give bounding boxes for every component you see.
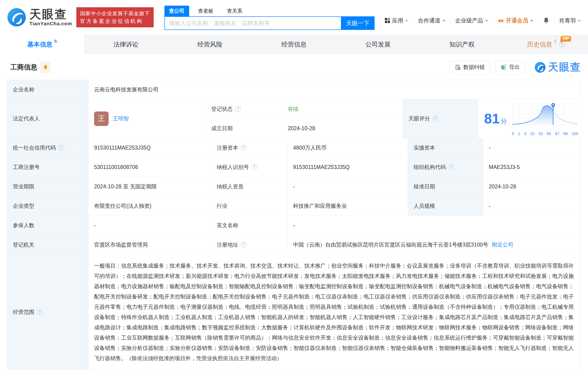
table-row: 统一社会信用代码 ? 91530111MAE253J35Q 注册资本 ? 480… <box>7 138 581 157</box>
search-tab-boss[interactable]: 查老板 <box>193 6 218 16</box>
tab-operation-risk[interactable]: 经营风险 <box>168 35 252 54</box>
score-number: 81分 <box>484 111 507 127</box>
score-axis-tick: 50 <box>539 132 543 136</box>
top-nav: 应用 合作通道 企业级产品 开通会员 <box>385 10 581 24</box>
nav-divider <box>554 18 554 23</box>
score-axis-tick: 15 <box>530 132 535 136</box>
crown-icon <box>498 18 504 23</box>
nav-apps[interactable]: 应用 <box>385 17 408 24</box>
nav-apps-label: 应用 <box>392 17 403 24</box>
status-date-stack: 登记状态 ? 存续 成立日期 2024-10-28 <box>205 99 403 138</box>
reg-number-label: 工商注册号 <box>7 158 88 177</box>
nav-divider <box>450 18 450 23</box>
industry-label: 行业 <box>211 196 287 215</box>
score-axis-tick: 85 <box>547 132 551 136</box>
excel-icon <box>501 64 507 70</box>
table-row: 经营范围 ? 一般项目：信息系统集成服务；技术服务、技术开发、技术咨询、技术交流… <box>7 254 581 369</box>
section-header: 工商信息 数据纠错 <box>0 54 588 79</box>
nav-enterprise-products[interactable]: 企业级产品 <box>455 17 488 24</box>
nav-open-vip[interactable]: 开通会员 <box>498 17 533 24</box>
help-icon[interactable]: ? <box>251 164 257 170</box>
reg-status-label: 登记状态 ? <box>206 99 282 118</box>
insured-count-label: 参保人数 <box>7 216 88 235</box>
establish-date-label: 成立日期 <box>206 119 282 138</box>
search-tab-company[interactable]: 查公司 <box>164 6 189 16</box>
nav-enterprise-label: 企业级产品 <box>455 17 483 24</box>
help-icon[interactable]: ? <box>241 145 247 151</box>
search-area: 查公司 查老板 查关系 天眼一下 <box>164 5 375 30</box>
approval-date-label: 核准日期 <box>408 177 483 196</box>
reg-number-value: 530111001608706 <box>88 158 211 177</box>
tab-label: 公司发展 <box>365 40 391 49</box>
search-input[interactable] <box>164 16 341 30</box>
export-button[interactable]: 导出 <box>495 61 525 74</box>
score-axis-tick: 100 <box>572 132 578 136</box>
badge-line1: 国家中小企业发展子基金旗下 <box>80 10 150 17</box>
score-axis-tick: 99 <box>563 132 568 136</box>
nearby-companies-link[interactable]: 附近公司 <box>492 241 513 249</box>
tianyancha-logo[interactable]: 天眼查 TianYanCha.com <box>7 8 72 27</box>
watermark-text: 天眼查 <box>548 60 581 74</box>
bell-icon <box>43 64 48 70</box>
chevron-down-icon <box>578 20 581 22</box>
chevron-down-icon <box>442 20 445 22</box>
tab-label: 经营信息 <box>281 40 307 49</box>
main-content: 工商信息 数据纠错 <box>0 54 588 370</box>
help-icon[interactable]: ? <box>448 164 454 170</box>
reg-authority-value: 官渡区市场监督管理局 <box>88 235 211 254</box>
reg-address-label: 注册地址 ? <box>211 235 287 254</box>
insured-count-value: - <box>88 216 211 235</box>
search-tab-relation[interactable]: 查关系 <box>222 6 247 16</box>
tab-legal-proceedings[interactable]: 法律诉讼 <box>84 35 168 54</box>
help-icon[interactable]: ? <box>37 309 43 315</box>
nav-cooperation[interactable]: 合作通道 <box>418 17 445 24</box>
tab-intellectual-property[interactable]: 知识产权 <box>420 35 504 54</box>
tianyancha-watermark: 天眼查 <box>535 60 581 74</box>
tab-history-info[interactable]: 历史信息 2 ? VIP <box>504 35 588 54</box>
legal-rep-value: 王 王明智 <box>88 99 205 138</box>
notifications-button[interactable] <box>543 17 549 24</box>
tab-label: 法律诉讼 <box>113 40 139 49</box>
tab-label: 基本信息 <box>27 40 53 49</box>
legal-rep-avatar[interactable]: 王 <box>94 112 109 126</box>
apps-grid-icon <box>385 18 390 23</box>
company-page-tabs: 基本信息 5 法律诉讼 经营风险 经营信息 公司发展 知识产权 历史信息 2 ?… <box>0 35 588 54</box>
bell-icon <box>543 17 549 24</box>
help-icon[interactable]: ? <box>235 106 241 112</box>
tab-company-development[interactable]: 公司发展 <box>336 35 420 54</box>
data-correction-label: 数据纠错 <box>463 64 485 71</box>
score-axis-tick: 3 <box>524 132 526 136</box>
tab-basic-info[interactable]: 基本信息 5 <box>0 35 84 54</box>
score-axis-tick: 97 <box>555 132 560 136</box>
english-name-label: 英文名称 <box>211 216 287 235</box>
subscribe-bell-button[interactable] <box>41 62 50 73</box>
tab-operation-info[interactable]: 经营信息 <box>252 35 336 54</box>
section-actions: 数据纠错 导出 <box>449 60 581 74</box>
taxpayer-quality-label: 纳税人资质 <box>211 177 287 196</box>
export-label: 导出 <box>509 64 520 71</box>
user-menu[interactable]: 肖青羽 <box>559 17 581 24</box>
help-icon[interactable]: ? <box>432 116 438 122</box>
score-label: 天眼评分 ? <box>403 99 478 138</box>
gov-certification-badge: 国家中小企业发展子基金旗下 官方备案企业征信机构 <box>76 7 154 27</box>
tab-label: 知识产权 <box>449 40 475 49</box>
company-name-value: 云南云电科技发展有限公司 <box>88 80 581 99</box>
taxpayer-quality-value: - <box>287 177 408 196</box>
logo-title: 天眼查 <box>29 8 72 21</box>
legal-rep-link[interactable]: 王明智 <box>113 115 129 122</box>
tab-count: 2 <box>554 39 557 44</box>
search-button[interactable]: 天眼一下 <box>341 16 375 30</box>
data-correction-button[interactable]: 数据纠错 <box>449 61 490 74</box>
badge-line2: 官方备案企业征信机构 <box>80 17 150 25</box>
help-icon[interactable]: ? <box>58 145 64 151</box>
help-icon[interactable]: ? <box>241 242 247 248</box>
tab-label: 历史信息 <box>527 40 552 49</box>
chevron-down-icon <box>485 20 488 22</box>
staff-size-value: - <box>483 196 581 215</box>
business-scope-label: 经营范围 ? <box>7 254 88 369</box>
vip-badge: VIP <box>560 36 571 42</box>
taxpayer-id-value: 91530111MAE253J35Q <box>287 158 408 177</box>
taxpayer-id-label: 纳税人识别号 ? <box>211 158 287 177</box>
english-name-value: - <box>287 216 581 235</box>
reg-authority-label: 登记机关 <box>7 235 88 254</box>
